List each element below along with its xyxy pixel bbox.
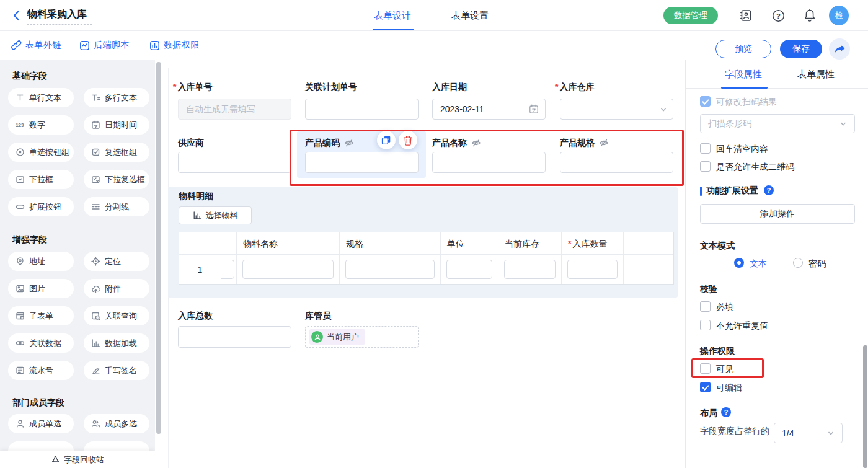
field-palette: 基础字段 单行文本 多行文本 123数字 日期时间 单选按钮组 复选框组 下拉框… — [0, 60, 155, 468]
select-material-button[interactable]: 选择物料 — [179, 206, 252, 224]
palette-item-linked-data[interactable]: 关联数据 — [8, 333, 74, 353]
field-recycle-bin[interactable]: 字段回收站 — [0, 451, 155, 468]
width-select[interactable]: 1/4 — [774, 423, 843, 443]
backend-script-link[interactable]: 后端脚本 — [79, 31, 130, 60]
palette-item-subform[interactable]: 子表单 — [8, 306, 74, 325]
scan-editable-checkbox[interactable] — [700, 96, 711, 107]
palette-item-radio-group[interactable]: 单选按钮组 — [8, 143, 74, 162]
share-button[interactable] — [829, 38, 850, 60]
material-name-input[interactable] — [242, 260, 334, 279]
data-permission-link[interactable]: 数据权限 — [149, 31, 200, 60]
row-number: 1 — [179, 255, 221, 284]
copy-icon — [381, 135, 391, 145]
palette-item-datetime[interactable]: 日期时间 — [84, 115, 149, 135]
ext-settings-title: 功能扩展设置 — [706, 185, 758, 196]
no-duplicate-label: 不允许重复值 — [716, 320, 768, 332]
tab-field-properties[interactable]: 字段属性 — [725, 69, 762, 81]
script-icon — [79, 40, 90, 51]
preview-button[interactable]: 预览 — [715, 40, 771, 58]
copy-field-button[interactable] — [377, 131, 396, 149]
editable-checkbox[interactable] — [700, 382, 711, 392]
palette-item-linked-query[interactable]: 关联查询 — [84, 306, 149, 325]
permission-title: 操作权限 — [700, 346, 735, 357]
palette-item-location[interactable]: 定位 — [84, 252, 149, 271]
back-button[interactable] — [11, 10, 22, 21]
palette-item-attachment[interactable]: 附件 — [84, 279, 149, 298]
bell-icon[interactable] — [803, 8, 817, 22]
palette-item-serial-number[interactable]: 流水号 — [8, 361, 74, 380]
visible-checkbox[interactable] — [700, 363, 711, 374]
current-stock-input[interactable] — [504, 260, 556, 279]
help-icon[interactable]: ? — [764, 185, 774, 195]
data-manage-button[interactable]: 数据管理 — [663, 7, 718, 24]
properties-panel: 字段属性 表单属性 可修改扫码结果 扫描条形码 回车清空内容 是否允许生成二维码… — [685, 60, 868, 468]
svg-text:123: 123 — [16, 122, 24, 128]
calendar-icon — [529, 104, 539, 114]
sidebar-scrollbar[interactable] — [156, 62, 161, 434]
required-checkbox[interactable] — [700, 301, 711, 312]
subform-icon — [16, 311, 25, 320]
eye-slash-icon — [471, 138, 481, 148]
help-icon[interactable]: ? — [721, 407, 731, 417]
avatar[interactable]: 检 — [829, 6, 849, 25]
palette-item-extend-button[interactable]: 扩展按钮 — [8, 197, 74, 216]
palette-item-image[interactable]: 图片 — [8, 279, 74, 298]
palette-item-dropdown-multi[interactable]: 下拉复选框 — [84, 170, 149, 189]
palette-item-signature[interactable]: 手写签名 — [84, 361, 149, 380]
save-button[interactable]: 保存 — [780, 40, 822, 58]
clear-on-enter-checkbox[interactable] — [700, 143, 711, 154]
tab-form-design[interactable]: 表单设计 — [374, 10, 411, 22]
product-name-input[interactable] — [432, 152, 546, 173]
palette-item-single-line-text[interactable]: 单行文本 — [8, 88, 74, 107]
subform-table: 物料名称 规格 单位 当前库存 *入库数量 1 — [179, 232, 674, 285]
width-label: 字段宽度占整行的 — [700, 426, 769, 437]
chevron-down-icon — [827, 430, 835, 437]
panel-scrollbar[interactable] — [863, 345, 867, 468]
add-action-button[interactable]: 添加操作 — [700, 204, 855, 224]
plan-no-input[interactable] — [305, 99, 418, 120]
palette-item-member-single[interactable]: 成员单选 — [8, 414, 74, 433]
palette-item-address[interactable]: 地址 — [8, 252, 74, 271]
help-icon[interactable]: ? — [772, 9, 785, 22]
palette-item-multi-line-text[interactable]: 多行文本 — [84, 88, 149, 107]
form-external-link[interactable]: 表单外链 — [11, 31, 61, 60]
palette-item-member-multi[interactable]: 成员多选 — [84, 414, 149, 433]
total-input[interactable] — [178, 326, 291, 348]
delete-field-button[interactable] — [399, 131, 417, 149]
palette-item-data-load[interactable]: 数据加载 — [84, 333, 149, 353]
tab-form-properties[interactable]: 表单属性 — [797, 69, 835, 81]
text-mode-radio-password[interactable] — [793, 258, 803, 268]
tab-form-settings[interactable]: 表单设置 — [451, 10, 489, 22]
serial-number-icon — [16, 366, 25, 375]
signature-icon — [91, 366, 100, 375]
chevron-down-icon — [660, 106, 667, 113]
text-mode-title: 文本模式 — [700, 241, 735, 252]
section-bar — [700, 187, 702, 196]
page-title[interactable]: 物料采购入库 — [27, 8, 92, 25]
keeper-field[interactable]: 当前用户 — [305, 326, 418, 348]
unit-input[interactable] — [446, 260, 492, 279]
scan-mode-select[interactable]: 扫描条形码 — [700, 114, 855, 133]
receipt-no-input[interactable]: 自动生成无需填写 — [178, 99, 291, 120]
palette-item-dropdown[interactable]: 下拉框 — [8, 170, 74, 189]
allow-qrcode-checkbox[interactable] — [700, 161, 711, 172]
text-mode-password-label: 密码 — [808, 258, 826, 270]
current-user-tag[interactable]: 当前用户 — [309, 329, 365, 345]
no-duplicate-checkbox[interactable] — [700, 320, 711, 330]
date-input[interactable]: 2023-02-11 — [432, 99, 546, 120]
product-code-input[interactable] — [305, 152, 418, 173]
dropdown-multi-icon — [91, 175, 100, 184]
text-mode-radio-text[interactable] — [734, 258, 744, 268]
supplier-input[interactable] — [178, 152, 291, 173]
clipped-input[interactable] — [221, 260, 234, 279]
palette-item-number[interactable]: 123数字 — [8, 115, 74, 135]
palette-item-divider[interactable]: 分割线 — [84, 197, 149, 216]
user-icon — [311, 331, 323, 343]
palette-item-checkbox-group[interactable]: 复选框组 — [84, 143, 149, 162]
contacts-icon[interactable] — [739, 9, 753, 22]
product-spec-input[interactable] — [560, 152, 673, 173]
warehouse-select[interactable] — [560, 99, 673, 120]
form-canvas: *入库单号 自动生成无需填写 关联计划单号 入库日期 2023-02-11 *入… — [162, 60, 685, 468]
spec-input[interactable] — [345, 260, 435, 279]
inbound-qty-input[interactable] — [567, 260, 618, 279]
